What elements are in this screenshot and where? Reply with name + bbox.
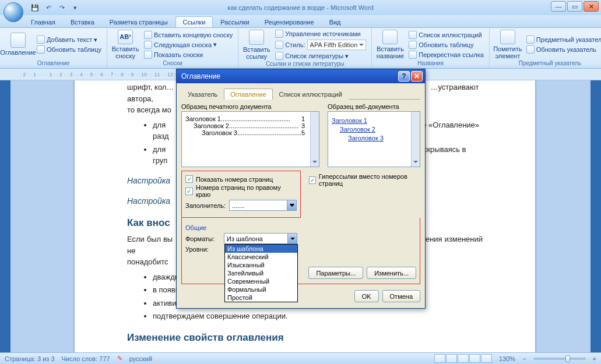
update-toc-button[interactable]: Обновить таблицу	[35, 45, 103, 54]
modify-button[interactable]: Изменить...	[367, 267, 416, 279]
cross-reference-button[interactable]: Перекрестная ссылка	[407, 50, 486, 59]
show-notes-label: Показать сноски	[154, 51, 203, 58]
scrollbar[interactable]	[310, 112, 319, 167]
print-preview-label: Образец печатного документа	[181, 103, 319, 110]
tof-label: Список иллюстраций	[419, 31, 481, 38]
formats-combo[interactable]: Из шаблона Из шаблонаКлассическийИзыскан…	[224, 233, 297, 244]
chk-show-pages[interactable]: ✓	[185, 175, 193, 183]
bibliography-button[interactable]: Список литературы ▾	[273, 51, 368, 61]
filler-value: .......	[232, 202, 244, 209]
view-outline[interactable]	[469, 354, 480, 363]
toc-preview-row: Заголовок 1.............................…	[185, 115, 315, 122]
update-tof-button[interactable]: Обновить таблицу	[407, 40, 486, 50]
show-notes-button[interactable]: Показать сноски	[142, 50, 234, 59]
insert-endnote-button[interactable]: Вставить концевую сноску	[142, 30, 234, 40]
formats-option[interactable]: Современный	[225, 277, 297, 285]
tab-mailings[interactable]: Рассылки	[213, 16, 256, 27]
tab-view[interactable]: Вид	[322, 16, 349, 27]
tab-references[interactable]: Ссылки	[175, 16, 213, 27]
qat-customize[interactable]: ▾	[69, 2, 81, 13]
chk-right-align-label: Номера страниц по правому краю	[196, 184, 297, 198]
manage-sources-label: Управление источниками	[285, 30, 360, 37]
view-draft[interactable]	[481, 354, 492, 363]
filler-combo[interactable]: .......	[229, 200, 297, 211]
web-preview-link: Заголовок 2	[332, 126, 416, 133]
formats-dropdown-list: Из шаблонаКлассическийИзысканныйЗатейлив…	[224, 244, 298, 302]
style-dropdown[interactable]: Стиль: APA Fifth Edition	[273, 39, 368, 51]
close-button[interactable]: ✕	[584, 1, 599, 12]
status-language[interactable]: русский	[129, 355, 152, 362]
next-footnote-button[interactable]: Следующая сноска ▾	[142, 40, 234, 50]
status-page[interactable]: Страница: 3 из 3	[5, 355, 55, 362]
proofing-icon[interactable]: ✎	[117, 355, 122, 362]
qat-redo[interactable]: ↷	[56, 2, 68, 13]
style-value[interactable]: APA Fifth Edition	[307, 40, 367, 50]
add-text-button[interactable]: Добавить текст ▾	[35, 35, 103, 44]
ok-button[interactable]: OK	[354, 290, 379, 302]
tab-review[interactable]: Рецензирование	[257, 16, 322, 27]
office-button[interactable]	[3, 2, 23, 22]
minimize-button[interactable]: —	[551, 1, 566, 12]
toc-button-label: Оглавление	[0, 49, 36, 56]
formats-option[interactable]: Из шаблона	[225, 245, 297, 253]
view-web-layout[interactable]	[458, 354, 469, 363]
scrollbar[interactable]	[411, 112, 420, 167]
update-index-button[interactable]: Обновить указатель	[525, 45, 601, 54]
params-button[interactable]: Параметры...	[308, 267, 363, 279]
insert-footnote-button[interactable]: AB¹Вставить сноску	[111, 30, 140, 60]
dialog-close-button[interactable]: ✕	[411, 71, 423, 82]
web-preview: Заголовок 1Заголовок 2Заголовок 3	[328, 111, 420, 167]
zoom-slider[interactable]	[533, 358, 586, 360]
maximize-button[interactable]: ▭	[567, 1, 582, 12]
dialog-help-button[interactable]: ?	[398, 71, 410, 82]
style-value-text: APA Fifth Edition	[310, 41, 358, 48]
formats-option[interactable]: Классический	[225, 253, 297, 261]
doc-fragment: шрифт, кол…	[127, 83, 174, 91]
window-title: как сделать содержание в ворде - Microso…	[0, 4, 601, 11]
formats-option[interactable]: Формальный	[225, 285, 297, 294]
insert-endnote-label: Вставить концевую сноску	[154, 31, 233, 38]
formats-option[interactable]: Изысканный	[225, 261, 297, 269]
status-words[interactable]: Число слов: 777	[62, 355, 110, 362]
qat-save[interactable]: 💾	[29, 2, 41, 13]
tab-layout[interactable]: Разметка страницы	[102, 16, 175, 27]
tab-insert[interactable]: Вставка	[63, 16, 102, 27]
view-full-screen[interactable]	[446, 354, 457, 363]
chk-right-align[interactable]: ✓	[185, 188, 193, 195]
insert-index-label: Предметный указатель	[536, 36, 601, 43]
chk-hyperlinks[interactable]: ✓	[309, 176, 316, 184]
manage-sources-button[interactable]: Управление источниками	[273, 29, 368, 38]
web-preview-link: Заголовок 3	[332, 135, 416, 142]
insert-citation-button[interactable]: Вставить ссылку	[242, 30, 271, 60]
formats-value: Из шаблона	[227, 235, 263, 242]
chk-show-pages-label: Показать номера страниц	[196, 176, 273, 183]
web-preview-link: Заголовок 1	[332, 117, 416, 124]
formats-option[interactable]: Затейливый	[225, 269, 297, 277]
insert-caption-button[interactable]: Вставить название	[375, 30, 405, 60]
zoom-in[interactable]: +	[593, 355, 596, 362]
dlg-tab-illustrations[interactable]: Список иллюстраций	[273, 89, 349, 100]
zoom-value[interactable]: 130%	[499, 355, 515, 362]
add-text-label: Добавить текст	[47, 36, 92, 43]
insert-index-button[interactable]: Предметный указатель	[525, 35, 601, 44]
tab-home[interactable]: Главная	[23, 16, 63, 27]
toc-button[interactable]: Оглавление	[3, 30, 33, 60]
dlg-tab-toc[interactable]: Оглавление	[224, 89, 272, 100]
zoom-out[interactable]: −	[522, 355, 526, 362]
table-of-figures-button[interactable]: Список иллюстраций	[407, 30, 486, 40]
web-preview-label: Образец веб-документа	[328, 103, 420, 110]
view-print-layout[interactable]	[434, 354, 445, 363]
mark-entry-button[interactable]: Пометить элемент	[493, 30, 522, 60]
formats-option[interactable]: Простой	[225, 294, 297, 302]
qat-undo[interactable]: ↶	[43, 2, 54, 13]
cancel-button[interactable]: Отмена	[382, 290, 420, 302]
cross-reference-label: Перекрестная ссылка	[419, 51, 484, 58]
toc-dialog: Оглавление ? ✕ Указатель Оглавление Спис…	[176, 69, 426, 309]
doc-fragment: разд	[153, 132, 169, 140]
chk-hyperlinks-label: Гиперссылки вместо номеров страниц	[319, 173, 420, 187]
doc-fragment: для	[153, 121, 166, 129]
group-footnotes-label: Сноски	[111, 60, 234, 68]
dlg-tab-index[interactable]: Указатель	[181, 89, 224, 100]
formats-label: Форматы:	[185, 235, 220, 242]
bibliography-label: Список литературы	[285, 52, 343, 59]
